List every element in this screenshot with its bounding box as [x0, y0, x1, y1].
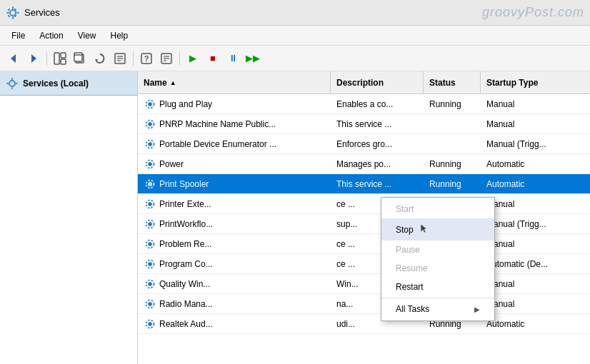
svg-point-44: [149, 163, 151, 166]
menu-help[interactable]: Help: [104, 28, 136, 44]
col-header-description[interactable]: Description: [331, 71, 424, 93]
ctx-start[interactable]: Start: [381, 200, 494, 218]
window-title: Services: [24, 7, 482, 18]
ctx-all-tasks[interactable]: All Tasks ▶: [381, 300, 494, 318]
ctx-resume[interactable]: Resume: [381, 259, 494, 278]
service-icon: [144, 138, 156, 151]
svg-point-38: [149, 123, 151, 126]
ctx-restart[interactable]: Restart: [381, 278, 494, 296]
svg-rect-12: [61, 53, 66, 58]
td-name: Portable Device Enumerator ...: [138, 138, 331, 151]
toolbar: ? ▶ ■ ⏸ ▶▶: [0, 46, 590, 71]
svg-marker-69: [421, 224, 427, 233]
help-button[interactable]: ?: [137, 49, 156, 68]
ctx-pause[interactable]: Pause: [381, 241, 494, 259]
service-icon: [144, 158, 156, 171]
col-header-name[interactable]: Name ▲: [138, 71, 331, 93]
service-icon: [144, 298, 156, 310]
table-row[interactable]: Portable Device Enumerator ... Enforces …: [138, 134, 590, 154]
td-desc: This service ...: [331, 179, 424, 189]
left-panel: Services (Local): [0, 71, 138, 364]
svg-text:?: ?: [144, 54, 149, 63]
td-name: Program Co...: [138, 258, 331, 271]
td-startup: Manual: [481, 99, 590, 109]
table-row[interactable]: Problem Re... ce ... Manual: [138, 234, 590, 254]
svg-rect-29: [11, 78, 13, 80]
table-row[interactable]: Program Co... ce ... Running Automatic (…: [138, 254, 590, 274]
new-view-button[interactable]: [71, 49, 89, 68]
table-row[interactable]: PNRP Machine Name Public... This service…: [138, 114, 590, 134]
td-status: Running: [424, 159, 481, 169]
menu-file[interactable]: File: [4, 28, 32, 44]
svg-point-28: [9, 81, 15, 86]
left-panel-label: Services (Local): [23, 79, 89, 89]
table-header: Name ▲ Description Status Startup Type: [138, 71, 590, 94]
table-row[interactable]: Radio Mana... na... Running Manual: [138, 294, 590, 314]
resume-service-button[interactable]: ▶▶: [244, 49, 262, 68]
sort-arrow: ▲: [170, 79, 176, 86]
table-row[interactable]: PrintWorkflo... sup... Manual (Trigg...: [138, 214, 590, 234]
td-startup: Automatic (De...: [481, 259, 590, 269]
menu-view[interactable]: View: [71, 28, 104, 44]
svg-marker-10: [31, 54, 36, 63]
svg-rect-30: [11, 87, 13, 89]
stop-service-button[interactable]: ■: [204, 49, 222, 68]
svg-point-0: [10, 10, 16, 16]
table-row[interactable]: Quality Win... Win... Manual: [138, 274, 590, 294]
left-panel-header[interactable]: Services (Local): [0, 71, 137, 96]
svg-point-56: [149, 243, 151, 246]
view-console-button[interactable]: [51, 49, 69, 68]
table-row[interactable]: Power Manages po... Running Automatic: [138, 154, 590, 174]
td-startup: Automatic: [481, 159, 590, 169]
ctx-stop[interactable]: Stop: [381, 218, 494, 241]
td-desc: Manages po...: [331, 159, 424, 169]
td-name: PrintWorkflo...: [138, 218, 331, 231]
table-row[interactable]: Realtek Aud... udi... Running Automatic: [138, 314, 590, 334]
td-name: Plug and Play: [138, 98, 331, 111]
td-startup: Manual: [481, 239, 590, 249]
table-row[interactable]: Printer Exte... ce ... Manual: [138, 194, 590, 214]
svg-point-65: [149, 303, 151, 305]
col-header-startup-type[interactable]: Startup Type: [481, 71, 590, 93]
table-body: Plug and Play Enables a co... Running Ma…: [138, 94, 590, 334]
td-startup: Automatic: [481, 319, 590, 329]
service-icon: [144, 178, 156, 191]
td-startup: Manual: [481, 279, 590, 289]
td-status: Running: [424, 99, 481, 109]
svg-rect-13: [61, 59, 66, 64]
toolbar-sep-1: [46, 51, 47, 66]
td-name: Print Spooler: [138, 178, 331, 191]
service-icon: [144, 98, 156, 111]
svg-point-59: [149, 263, 151, 266]
svg-rect-3: [6, 12, 9, 14]
svg-rect-31: [6, 83, 9, 84]
back-button[interactable]: [4, 49, 23, 68]
svg-rect-32: [16, 83, 18, 84]
svg-rect-2: [12, 16, 14, 19]
td-startup: Manual: [481, 199, 590, 209]
ctx-separator: [381, 298, 494, 298]
svg-point-47: [149, 183, 151, 186]
context-menu: Start Stop Pause Resume Restart: [381, 197, 495, 321]
table-row[interactable]: Print Spooler This service ... Running A…: [138, 174, 590, 194]
menu-action[interactable]: Action: [32, 28, 70, 44]
svg-rect-1: [12, 6, 14, 9]
td-name: Radio Mana...: [138, 298, 331, 310]
service-icon: [144, 218, 156, 231]
service-icon: [144, 198, 156, 211]
properties-button[interactable]: [157, 49, 176, 68]
pause-service-button[interactable]: ⏸: [224, 49, 242, 68]
svg-rect-5: [7, 8, 10, 11]
td-desc: This service ...: [331, 119, 424, 129]
svg-marker-9: [11, 54, 16, 63]
main-layout: Services (Local) Name ▲ Description Stat…: [0, 71, 590, 364]
table-row[interactable]: Plug and Play Enables a co... Running Ma…: [138, 94, 590, 114]
start-service-button[interactable]: ▶: [184, 49, 202, 68]
forward-button[interactable]: [24, 49, 43, 68]
col-header-status[interactable]: Status: [424, 71, 481, 93]
export-list-button[interactable]: [111, 49, 129, 68]
td-startup: Automatic: [481, 179, 590, 189]
app-icon: [6, 6, 20, 20]
refresh-button[interactable]: [91, 49, 109, 68]
td-startup: Manual: [481, 299, 590, 309]
